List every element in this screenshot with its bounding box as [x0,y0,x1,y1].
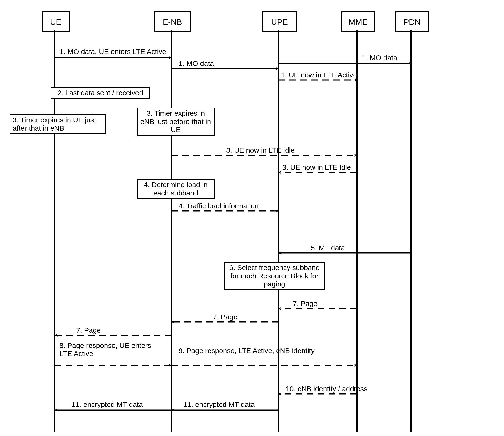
actor-upe: UPE [262,11,297,32]
actor-ue: UE [42,11,70,32]
msg-7-page-enb-ue: 7. Page [76,326,101,334]
lifeline-mme [356,30,358,432]
note-6-select-subband: 6. Select frequency subband for each Res… [224,262,325,290]
msg-1-mo-data-upe-pdn: 1. MO data [362,54,397,62]
lifeline-enb [171,30,172,432]
msg-7-page-mme-upe: 7. Page [293,300,317,308]
actor-enb: E-NB [154,11,191,32]
actor-mme: MME [342,11,375,32]
msg-1-ue-lte-active: 1. UE now in LTE Active [281,71,357,79]
msg-3-lte-idle-enb-mme: 3. UE now in LTE Idle [226,146,295,154]
actor-pdn: PDN [396,11,429,32]
lifeline-upe [278,30,279,432]
msg-11-encrypted-enb: 11. encrypted MT data [183,400,255,409]
note-4-determine-load: 4. Determine load in each subband [137,179,215,199]
lifeline-pdn [410,30,412,432]
msg-9-page-response: 9. Page response, LTE Active, eNB identi… [179,347,315,355]
note-3-timer-enb: 3. Timer expires in eNB just before that… [137,108,215,136]
msg-1-mo-data-ue-enb: 1. MO data, UE enters LTE Active [60,48,166,56]
msg-5-mt-data: 5. MT data [311,244,345,252]
msg-1-mo-data-enb-upe: 1. MO data [179,60,214,68]
note-2-last-data: 2. Last data sent / received [51,87,150,99]
sequence-diagram: UE E-NB UPE MME PDN [5,5,504,436]
note-3-timer-ue: 3. Timer expires in UE just after that i… [9,114,106,134]
msg-4-traffic-load: 4. Traffic load information [179,202,259,210]
msg-10-enb-identity: 10. eNB identity / address [286,385,368,393]
msg-8-page-response: 8. Page response, UE enters LTE Active [60,341,164,358]
msg-7-page-upe-enb: 7. Page [213,313,237,321]
msg-11-encrypted-ue: 11. encrypted MT data [72,400,143,409]
arrows-layer [5,5,504,436]
msg-3-lte-idle-mme-upe: 3. UE now in LTE Idle [282,163,351,172]
